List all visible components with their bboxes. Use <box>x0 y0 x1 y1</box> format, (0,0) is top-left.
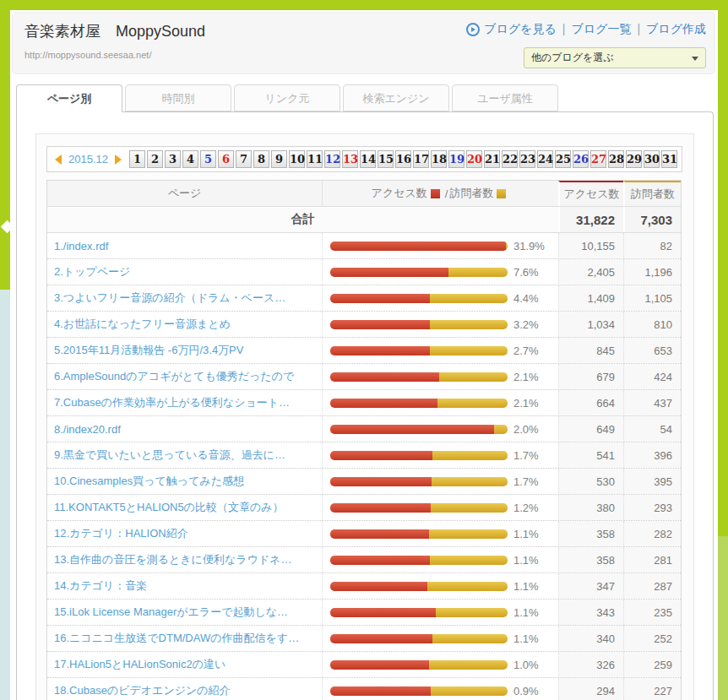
day-button-28[interactable]: 28 <box>608 150 624 168</box>
page-link[interactable]: 13.自作曲の音圧を測るときに便利なラウドネ… <box>54 552 291 567</box>
day-button-12[interactable]: 12 <box>324 150 340 168</box>
day-button-4[interactable]: 4 <box>182 150 198 168</box>
table-row: 14.カテゴリ：音楽 1.1% 347 287 <box>47 572 681 599</box>
day-button-20[interactable]: 20 <box>466 150 482 168</box>
day-button-1[interactable]: 1 <box>129 150 145 168</box>
day-button-18[interactable]: 18 <box>431 150 447 168</box>
table-row: 16.ニコニコ生放送でDTM/DAWの作曲配信をす… 1.1% 340 252 <box>47 625 681 651</box>
legend-access-label: アクセス数 <box>372 186 427 201</box>
tab-pagewise[interactable]: ページ別 <box>16 84 122 112</box>
day-button-5[interactable]: 5 <box>200 150 216 168</box>
day-button-26[interactable]: 26 <box>573 150 589 168</box>
day-button-23[interactable]: 23 <box>519 150 535 168</box>
page-link[interactable]: 14.カテゴリ：音楽 <box>54 578 147 594</box>
day-button-24[interactable]: 24 <box>537 150 553 168</box>
page-link[interactable]: 15.iLok License Managerがエラーで起動しな… <box>54 605 288 620</box>
tab-linksource[interactable]: リンク元 <box>234 84 340 111</box>
visitor-bar-segment <box>436 608 508 617</box>
access-visitor-bar <box>330 634 508 643</box>
access-visitor-bar <box>330 399 508 408</box>
tab-userattribute[interactable]: ユーザ属性 <box>452 84 558 111</box>
percent-label: 1.1% <box>513 632 539 645</box>
view-blog-link[interactable]: ブログを見る <box>484 22 557 35</box>
page-link[interactable]: 4.お世話になったフリー音源まとめ <box>54 317 231 332</box>
day-button-14[interactable]: 14 <box>360 150 376 168</box>
visitor-bar-segment <box>437 399 508 408</box>
page-link[interactable]: 10.Cinesamples買って触ってみた感想 <box>54 474 244 489</box>
access-visitor-bar <box>330 582 508 591</box>
visitor-count-cell: 227 <box>623 678 681 700</box>
day-button-30[interactable]: 30 <box>644 150 660 168</box>
visitor-bar-segment <box>427 582 508 591</box>
day-button-19[interactable]: 19 <box>448 150 465 168</box>
blog-header-card: 音楽素材屋 MoppySound http://moppysound.seesa… <box>12 12 715 74</box>
day-button-27[interactable]: 27 <box>590 150 606 168</box>
access-report-table: ページ アクセス数 / 訪問者数 アクセス数 訪問者数 合計 31,822 7,… <box>46 180 682 700</box>
frame-left <box>0 0 10 290</box>
page-link[interactable]: 12.カテゴリ：HALION紹介 <box>54 526 188 541</box>
access-count-cell: 380 <box>558 495 623 520</box>
access-bar-segment <box>330 399 437 408</box>
day-button-2[interactable]: 2 <box>147 150 163 168</box>
access-count-cell: 294 <box>558 678 623 700</box>
day-button-6[interactable]: 6 <box>218 150 234 168</box>
day-button-13[interactable]: 13 <box>342 150 358 168</box>
page-link[interactable]: 1./index.rdf <box>54 240 108 252</box>
visitor-bar-segment <box>432 477 508 486</box>
month-label[interactable]: 2015.12 <box>68 153 108 166</box>
day-button-10[interactable]: 10 <box>289 150 305 168</box>
blog-list-link[interactable]: ブログ一覧 <box>571 22 631 35</box>
page-link[interactable]: 17.HALion5とHALionSonic2の違い <box>54 657 225 672</box>
access-bar-segment <box>330 529 429 539</box>
total-label: 合計 <box>47 207 558 232</box>
page-link[interactable]: 9.黒金で買いたいと思っている音源、過去に… <box>54 448 285 463</box>
page-link[interactable]: 11.KONTAKT5とHALION5の比較（文章のみ） <box>54 500 284 515</box>
access-visitor-bar <box>330 372 508 382</box>
create-blog-link[interactable]: ブログ作成 <box>646 22 706 35</box>
visitor-count-cell: 54 <box>623 416 681 442</box>
day-button-31[interactable]: 31 <box>661 150 677 168</box>
page-link[interactable]: 3.つよいフリー音源の紹介（ドラム・ベース… <box>54 290 285 306</box>
access-bar-segment <box>330 503 431 513</box>
day-button-16[interactable]: 16 <box>395 150 411 168</box>
tab-hourly[interactable]: 時間別 <box>125 84 231 111</box>
page-link[interactable]: 16.ニコニコ生放送でDTM/DAWの作曲配信をす… <box>54 631 299 646</box>
page-link[interactable]: 5.2015年11月活動報告 -6万円/3.4万PV <box>54 343 243 358</box>
day-button-22[interactable]: 22 <box>502 150 518 168</box>
page-link[interactable]: 6.AmpleSoundのアコギがとても優秀だったので <box>54 369 294 384</box>
day-button-7[interactable]: 7 <box>236 150 252 168</box>
access-bar-segment <box>330 241 506 251</box>
percent-label: 1.1% <box>513 606 539 619</box>
tab-searchengine[interactable]: 検索エンジン <box>343 84 449 111</box>
prev-month-arrow-icon[interactable] <box>55 155 62 165</box>
visitor-bar-segment <box>430 556 508 565</box>
day-button-9[interactable]: 9 <box>271 150 287 168</box>
access-count-cell: 530 <box>558 469 623 494</box>
access-bar-segment <box>330 346 430 355</box>
blog-select-dropdown[interactable]: 他のブログを選ぶ <box>524 47 706 68</box>
day-button-3[interactable]: 3 <box>165 150 181 168</box>
day-button-8[interactable]: 8 <box>253 150 269 168</box>
visitor-count-cell: 287 <box>623 573 681 599</box>
day-button-17[interactable]: 17 <box>413 150 429 168</box>
page-link[interactable]: 18.Cubaseのビデオエンジンの紹介 <box>54 683 231 698</box>
bar-cell: 4.4% <box>322 285 558 311</box>
legend-visitors-label: 訪問者数 <box>449 186 493 201</box>
day-button-21[interactable]: 21 <box>484 150 500 168</box>
blog-url: http://moppysound.seesaa.net/ <box>24 50 151 60</box>
page-link[interactable]: 7.Cubaseの作業効率が上がる便利なショート… <box>54 395 290 410</box>
page-link[interactable]: 8./index20.rdf <box>54 423 121 436</box>
bar-cell: 31.9% <box>322 233 558 258</box>
page-link[interactable]: 2.トップページ <box>54 264 130 279</box>
access-visitor-bar <box>330 268 508 277</box>
access-bar-segment <box>330 634 432 643</box>
day-button-25[interactable]: 25 <box>555 150 571 168</box>
visitor-count-cell: 82 <box>623 233 681 258</box>
next-month-arrow-icon[interactable] <box>115 155 122 165</box>
bar-cell: 2.7% <box>322 338 558 363</box>
day-button-11[interactable]: 11 <box>307 150 323 168</box>
access-count-cell: 664 <box>558 390 623 415</box>
page-name-cell: 1./index.rdf <box>47 233 322 258</box>
day-button-29[interactable]: 29 <box>626 150 642 168</box>
day-button-15[interactable]: 15 <box>378 150 394 168</box>
